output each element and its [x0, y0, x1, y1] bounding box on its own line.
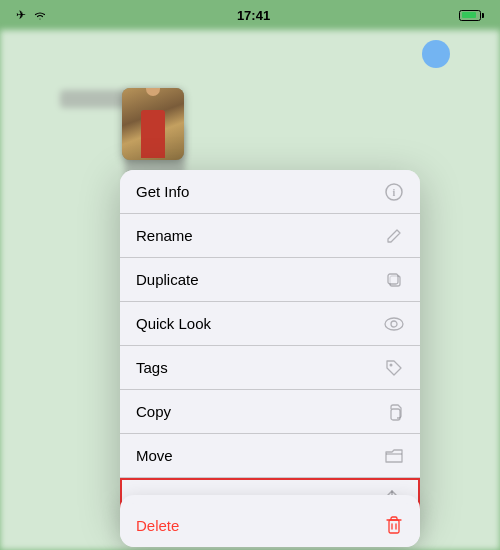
figure-body	[141, 110, 165, 158]
battery-indicator	[459, 10, 484, 21]
move-label: Move	[136, 447, 173, 464]
copy-label: Copy	[136, 403, 171, 420]
eye-icon	[384, 314, 404, 334]
status-time: 17:41	[237, 8, 270, 23]
airplane-icon: ✈	[16, 8, 26, 22]
info-icon: i	[384, 182, 404, 202]
status-right	[459, 10, 484, 21]
duplicate-icon	[384, 270, 404, 290]
quick-look-label: Quick Look	[136, 315, 211, 332]
figure-head	[146, 88, 160, 96]
menu-item-get-info[interactable]: Get Info i	[120, 170, 420, 214]
delete-section: Delete	[120, 495, 420, 547]
tags-label: Tags	[136, 359, 168, 376]
copy-icon	[384, 402, 404, 422]
menu-item-copy[interactable]: Copy	[120, 390, 420, 434]
blue-dot	[422, 40, 450, 68]
svg-rect-3	[388, 274, 398, 284]
menu-item-duplicate[interactable]: Duplicate	[120, 258, 420, 302]
trash-icon	[384, 515, 404, 535]
get-info-label: Get Info	[136, 183, 189, 200]
svg-point-5	[391, 321, 397, 327]
rename-label: Rename	[136, 227, 193, 244]
folder-icon	[384, 446, 404, 466]
menu-item-quick-look[interactable]: Quick Look	[120, 302, 420, 346]
thumbnail-image	[122, 88, 184, 160]
delete-label: Delete	[136, 517, 179, 534]
svg-point-6	[390, 363, 393, 366]
duplicate-label: Duplicate	[136, 271, 199, 288]
svg-rect-8	[389, 520, 399, 533]
file-thumbnail	[122, 88, 184, 160]
menu-item-move[interactable]: Move	[120, 434, 420, 478]
tag-icon	[384, 358, 404, 378]
menu-item-delete[interactable]: Delete	[120, 503, 420, 547]
svg-point-4	[385, 318, 403, 330]
pencil-icon	[384, 226, 404, 246]
wifi-icon	[32, 9, 48, 21]
context-menu: Get Info i Rename Duplicate Quick Look	[120, 170, 420, 522]
menu-item-tags[interactable]: Tags	[120, 346, 420, 390]
menu-item-rename[interactable]: Rename	[120, 214, 420, 258]
svg-text:i: i	[393, 187, 396, 198]
status-bar: ✈ 17:41	[0, 0, 500, 30]
status-left: ✈	[16, 8, 48, 22]
